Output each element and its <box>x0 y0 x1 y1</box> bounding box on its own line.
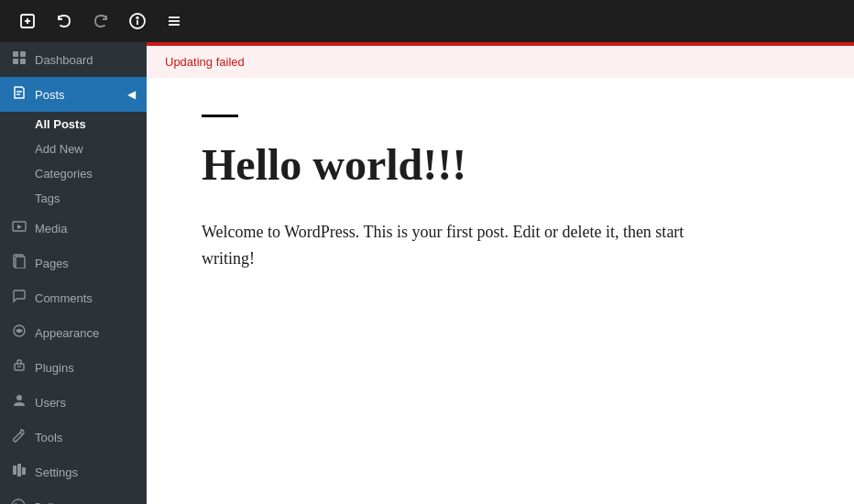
editor-content[interactable]: Hello world!!! Welcome to WordPress. Thi… <box>147 78 854 504</box>
plugins-icon <box>11 358 27 377</box>
sidebar-item-settings[interactable]: Settings <box>0 455 147 489</box>
info-button[interactable] <box>121 5 154 38</box>
main-layout: Dashboard Posts ◀ All Posts Add New Cate… <box>0 42 854 504</box>
sidebar-item-posts-label: Posts <box>35 88 65 102</box>
sidebar-subitem-add-new[interactable]: Add New <box>0 137 147 161</box>
svg-rect-24 <box>13 466 16 475</box>
sidebar-item-appearance-label: Appearance <box>35 326 99 340</box>
sidebar-item-pages[interactable]: Pages <box>0 246 147 280</box>
svg-rect-26 <box>22 467 26 475</box>
posts-arrow: ◀ <box>127 88 136 101</box>
sidebar: Dashboard Posts ◀ All Posts Add New Cate… <box>0 42 147 504</box>
error-banner: Updating failed <box>147 42 854 78</box>
collapse-menu[interactable]: Collapse menu <box>0 489 147 504</box>
sidebar-item-posts[interactable]: Posts ◀ <box>0 77 147 112</box>
users-icon <box>11 393 27 411</box>
svg-marker-16 <box>17 225 22 229</box>
svg-rect-11 <box>13 59 18 64</box>
collapse-menu-label: Collapse menu <box>33 500 113 504</box>
categories-label: Categories <box>35 167 93 181</box>
content-area: Updating failed Hello world!!! Welcome t… <box>147 42 854 504</box>
sidebar-item-comments[interactable]: Comments <box>0 280 147 315</box>
sidebar-item-dashboard[interactable]: Dashboard <box>0 42 147 77</box>
comments-icon <box>11 289 27 307</box>
sidebar-item-media[interactable]: Media <box>0 211 147 246</box>
posts-icon <box>11 85 27 104</box>
post-body[interactable]: Welcome to WordPress. This is your first… <box>202 219 733 272</box>
svg-point-22 <box>16 395 22 400</box>
error-message: Updating failed <box>165 55 245 69</box>
sidebar-item-appearance[interactable]: Appearance <box>0 315 147 350</box>
top-toolbar <box>0 0 854 42</box>
tools-icon <box>11 428 27 446</box>
collapse-menu-icon <box>11 499 26 504</box>
svg-rect-10 <box>20 51 26 57</box>
all-posts-label: All Posts <box>35 117 86 131</box>
sidebar-item-comments-label: Comments <box>35 291 93 305</box>
sidebar-item-settings-label: Settings <box>35 466 78 479</box>
sidebar-item-media-label: Media <box>35 222 67 236</box>
svg-rect-25 <box>17 464 21 477</box>
pages-icon <box>11 254 27 272</box>
sidebar-item-dashboard-label: Dashboard <box>35 53 93 67</box>
sidebar-subitem-tags[interactable]: Tags <box>0 186 147 211</box>
svg-rect-18 <box>16 257 25 268</box>
redo-button[interactable] <box>84 5 117 38</box>
sidebar-item-plugins[interactable]: Plugins <box>0 350 147 385</box>
appearance-icon <box>11 323 27 342</box>
svg-point-27 <box>12 499 25 504</box>
media-icon <box>11 219 27 237</box>
svg-line-23 <box>20 433 22 434</box>
sidebar-item-users[interactable]: Users <box>0 385 147 420</box>
sidebar-subitem-categories[interactable]: Categories <box>0 161 147 186</box>
sidebar-subitem-all-posts[interactable]: All Posts <box>0 112 147 137</box>
sidebar-item-tools-label: Tools <box>35 431 62 444</box>
sidebar-item-users-label: Users <box>35 396 66 410</box>
svg-rect-12 <box>20 59 26 64</box>
settings-icon <box>11 463 27 481</box>
sidebar-item-pages-label: Pages <box>35 257 69 270</box>
undo-button[interactable] <box>48 5 81 38</box>
svg-point-5 <box>137 17 138 19</box>
sidebar-item-plugins-label: Plugins <box>35 361 74 375</box>
sidebar-item-tools[interactable]: Tools <box>0 420 147 455</box>
list-view-button[interactable] <box>158 5 191 38</box>
post-separator <box>202 115 238 117</box>
post-title[interactable]: Hello world!!! <box>202 139 799 190</box>
svg-rect-9 <box>13 51 18 57</box>
tags-label: Tags <box>35 192 60 205</box>
add-new-label: Add New <box>35 142 83 156</box>
add-block-button[interactable] <box>11 5 44 38</box>
dashboard-icon <box>11 50 27 69</box>
